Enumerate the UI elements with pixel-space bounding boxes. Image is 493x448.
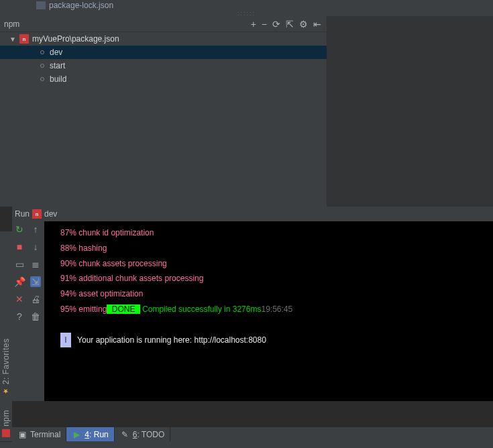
npm-script-build[interactable]: build [0, 72, 327, 86]
remove-icon[interactable]: − [262, 19, 267, 29]
npm-icon: n [19, 34, 29, 44]
print-icon[interactable]: 🖨 [30, 294, 41, 304]
scroll-to-end-icon[interactable]: ⇲ [30, 276, 41, 287]
console-blank-line [60, 317, 488, 333]
status-bar [12, 441, 493, 448]
tab-run[interactable]: ▶ 4: Run [66, 427, 114, 441]
console-line: I Your application is running here: http… [60, 333, 488, 348]
project-tree-item-label: package-lock.json [49, 1, 113, 10]
tab-number: 4: Run [85, 430, 108, 439]
star-icon: ★ [3, 388, 10, 396]
console-line: 94% asset optimization [60, 286, 488, 302]
terminal-icon: ▣ [17, 430, 27, 439]
run-gutter-left: ↻ ■ ▭ 📌 ✕ ? [12, 221, 27, 401]
console-output[interactable]: 87% chunk id optimization 88% hashing 90… [44, 221, 493, 401]
npm-script-label: start [50, 61, 65, 70]
npm-toolbar: + − ⟳ ⇱ ⚙ ⇤ [251, 19, 327, 29]
refresh-icon[interactable]: ⟳ [272, 19, 280, 29]
close-icon[interactable]: ✕ [14, 294, 25, 304]
console-line: 95% emitting DONE Compiled successfully … [60, 302, 488, 317]
bottom-corner-icon[interactable] [0, 441, 12, 448]
console-text: Your application is running here: http:/… [75, 335, 266, 345]
bullet-icon [40, 64, 44, 68]
left-tool-stripe: ★ 2: Favorites npm [0, 231, 12, 441]
panel-splitter[interactable]: :::::: [0, 11, 493, 16]
add-icon[interactable]: + [251, 19, 256, 29]
npm-icon: n [32, 209, 42, 219]
soft-wrap-icon[interactable]: ≣ [30, 259, 41, 270]
npm-scripts-tree: ▼ n myVuePro\package.json dev start buil… [0, 32, 327, 207]
run-panel-header: Run n dev [12, 207, 493, 221]
npm-script-label: build [50, 74, 66, 84]
file-icon [36, 1, 46, 9]
favorites-tool-button[interactable]: ★ 2: Favorites [1, 339, 11, 395]
npm-package-label: myVuePro\package.json [32, 34, 119, 44]
info-badge-icon: I [60, 333, 71, 348]
npm-script-start[interactable]: start [0, 59, 327, 72]
run-script-icon[interactable]: ⇱ [286, 19, 294, 29]
rerun-icon[interactable]: ↻ [14, 224, 25, 235]
bullet-icon [40, 50, 44, 54]
tab-number: 6: TODO [133, 430, 165, 439]
help-icon[interactable]: ? [14, 311, 25, 322]
npm-icon [2, 429, 10, 437]
tab-terminal[interactable]: ▣ Terminal [12, 427, 66, 441]
console-text: 95% emitting [60, 304, 107, 314]
console-line: 87% chunk id optimization [60, 225, 488, 241]
pin-icon[interactable]: 📌 [14, 276, 25, 287]
console-text: Compiled successfully in 3276ms [140, 304, 262, 314]
console-line: 90% chunk assets processing [60, 256, 488, 272]
console-line: 88% hashing [60, 241, 488, 256]
npm-script-dev[interactable]: dev [0, 46, 327, 59]
chevron-down-icon[interactable]: ▼ [9, 36, 16, 43]
run-gutter-right: ↑ ↓ ≣ ⇲ 🖨 🗑 [27, 221, 44, 401]
bullet-icon [40, 77, 44, 81]
run-config-name: dev [44, 209, 57, 219]
tab-label: Terminal [30, 430, 60, 439]
console-line: 91% additional chunk assets processing [60, 271, 488, 286]
done-badge: DONE [107, 304, 140, 314]
npm-tool-button[interactable]: npm [1, 410, 11, 437]
npm-title: npm [0, 19, 251, 29]
bottom-tool-tabs: ▣ Terminal ▶ 4: Run ✎ 6: TODO [12, 427, 493, 441]
npm-label: npm [1, 410, 11, 427]
play-icon: ▶ [72, 430, 81, 439]
editor-empty-area [327, 16, 493, 207]
move-icon[interactable]: ⇤ [313, 19, 321, 29]
npm-tool-window: npm + − ⟳ ⇱ ⚙ ⇤ ▼ n myVuePro\package.jso… [0, 16, 327, 207]
stop-icon[interactable]: ■ [14, 241, 25, 252]
dump-threads-icon[interactable]: ▭ [14, 259, 25, 270]
npm-script-label: dev [50, 48, 62, 57]
favorites-label: 2: Favorites [1, 339, 11, 385]
run-panel-body: ↻ ■ ▭ 📌 ✕ ? ↑ ↓ ≣ ⇲ 🖨 🗑 87% chunk id opt… [12, 221, 493, 401]
run-panel-title: Run [15, 209, 30, 219]
npm-header: npm + − ⟳ ⇱ ⚙ ⇤ [0, 16, 327, 32]
project-tree-item[interactable]: package-lock.json [0, 0, 493, 11]
todo-icon: ✎ [120, 430, 129, 439]
console-timestamp: 19:56:45 [261, 304, 292, 314]
clear-icon[interactable]: 🗑 [30, 311, 41, 322]
down-icon[interactable]: ↓ [30, 241, 41, 252]
settings-icon[interactable]: ⚙ [299, 19, 308, 29]
npm-package-root[interactable]: ▼ n myVuePro\package.json [0, 32, 327, 46]
up-icon[interactable]: ↑ [30, 224, 41, 235]
tab-todo[interactable]: ✎ 6: TODO [115, 427, 171, 441]
